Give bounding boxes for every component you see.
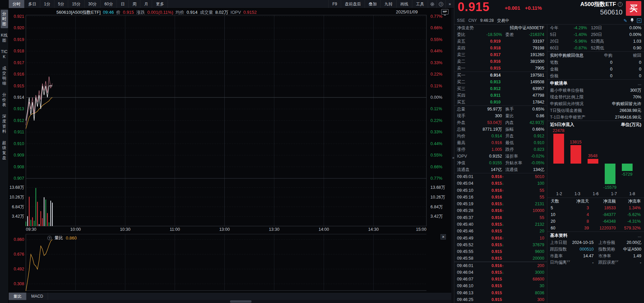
tick-row[interactable]: 09:45:550.9159600 (454, 248, 547, 255)
ask-row[interactable]: 卖一0.9157905 (454, 65, 547, 72)
tick-row[interactable]: 09:45:190.915↓2131 (454, 201, 547, 207)
tool-tab-F9[interactable]: F9 (328, 0, 341, 8)
expand-panel-icon[interactable]: » (452, 156, 454, 160)
weicha-value: -216374 (521, 32, 544, 37)
ask-row[interactable]: 卖四0.91879198 (454, 45, 547, 51)
indicator-tab-MACD[interactable]: MACD (27, 293, 48, 300)
net-inflow-bar (588, 159, 598, 164)
tool-tab-盘前盘后[interactable]: 盘前盘后 (341, 0, 365, 8)
sidebar-item-K线图[interactable]: K线图 (1, 31, 8, 45)
ask-row[interactable]: 卖三0.917191260 (454, 51, 547, 58)
volume-axis-label-right: 10.26万 (430, 195, 445, 200)
tick-row[interactable]: 09:46:130.9158036 (454, 290, 547, 296)
tick-row[interactable]: 09:45:400.915↓2132 (454, 221, 547, 228)
period-tab-15分[interactable]: 15分 (68, 0, 84, 8)
tool-tab-工具[interactable]: 工具 (412, 0, 428, 8)
wp-monitor-icon[interactable]: WP (441, 9, 449, 14)
tick-row[interactable]: 09:45:370.91655 (454, 214, 547, 221)
tick-row[interactable]: 09:46:040.915↓3000 (454, 269, 547, 276)
tick-row[interactable]: 09:46:250.915300 (454, 296, 547, 303)
period-tab-30分[interactable]: 30分 (85, 0, 101, 8)
redeem-more-icon[interactable]: ... (638, 81, 641, 86)
tick-row[interactable]: 09:45:100.916↑55 (454, 187, 547, 194)
intraday-chart-area[interactable]: 0.9210.77%0.9200.66%0.9190.55%0.9180.44%… (9, 8, 454, 303)
buy-button[interactable]: 买 (626, 1, 641, 16)
main-chart-svg[interactable]: 0.9210.77%0.9200.66%0.9190.55%0.9180.44%… (9, 8, 454, 303)
add-watchlist-icon[interactable]: + (637, 18, 641, 23)
bid-row[interactable]: 买一0.914197581 (454, 72, 547, 79)
bid-row[interactable]: 买四0.91147798 (454, 92, 547, 99)
tick-row[interactable]: 09:45:490.916↑10 (454, 234, 547, 241)
period-tab-5分[interactable]: 5分 (54, 0, 68, 8)
avg-value: 0.914 (187, 10, 198, 15)
tick-row[interactable]: 09:45:040.915↓100 (454, 180, 547, 187)
alert-bell-icon[interactable] (630, 18, 634, 23)
price-axis-label: 0.912 (14, 118, 24, 123)
ask-row[interactable]: 卖二0.916381500 (454, 58, 547, 65)
volume-bar (31, 220, 31, 226)
scrollbar-thumb[interactable] (230, 300, 251, 303)
tool-tab-九转[interactable]: 九转 (380, 0, 396, 8)
flow-table-row: 104-84377-5.62% (547, 211, 644, 218)
period-tab-60分[interactable]: 60分 (101, 0, 117, 8)
indicator-tab-量比[interactable]: 量比 (9, 293, 27, 300)
settings-gear-icon[interactable] (428, 0, 436, 8)
perf-row: 5日-1.40%250日0.00% (547, 31, 644, 38)
subscribe-col2: 赎回 (612, 53, 641, 58)
sidebar-item-TICK[interactable]: TICK (1, 48, 8, 61)
volume-bar (32, 217, 33, 226)
basic-more-icon[interactable]: ... (638, 233, 641, 238)
subchart-close-icon[interactable]: ✕ (441, 234, 446, 240)
horizontal-scrollbar[interactable] (9, 300, 451, 303)
tick-row[interactable]: 09:46:010.916↑200 (454, 262, 547, 269)
tick-row[interactable]: 09:46:070.91568600 (454, 276, 547, 283)
price-label: 价 (116, 9, 121, 15)
period-tab-月[interactable]: 月 (140, 0, 152, 8)
period-tab-更多[interactable]: 更多 (152, 0, 168, 8)
volume-bar (39, 224, 39, 226)
bid-row[interactable]: 买二0.913149508 (454, 79, 547, 85)
sidebar-item-深度资料[interactable]: 深度资料 (1, 112, 8, 136)
sidebar-item-分价表[interactable]: 分价表 (1, 91, 8, 109)
net-inflow-value: 13815 (564, 140, 588, 144)
nav-label: 净值走势 (457, 25, 474, 31)
tool-tab-画线[interactable]: 画线 (396, 0, 412, 8)
time-sales-list[interactable]: 09:45:010.916↑501009:45:040.915↓10009:45… (454, 173, 547, 303)
tick-row[interactable]: 09:45:010.916↑5010 (454, 173, 547, 180)
period-tab-1分[interactable]: 1分 (40, 0, 54, 8)
period-tab-多日[interactable]: 多日 (25, 0, 40, 8)
basic-row: 日均偏离1Y-跟踪误差1Y- (547, 259, 644, 266)
tick-row[interactable]: 09:45:460.91520 (454, 228, 547, 234)
bid-row[interactable]: 买三0.91263957 (454, 85, 547, 92)
sidebar-item-成交明细[interactable]: 成交明细 (1, 64, 8, 88)
subscribe-row: 金额00 (547, 66, 644, 73)
time-axis-label: 11:00 (170, 227, 180, 232)
stat-row: 净值0.9155升贴水率-0.05% (454, 160, 547, 166)
subchart-help-icon[interactable]: ? (47, 236, 52, 240)
tick-row[interactable]: 09:45:580.91520000 (454, 255, 547, 262)
tick-row[interactable]: 09:45:160.91655 (454, 194, 547, 201)
period-toolbar: 分时多日1分5分15分30分60分日周月更多 F9盘前盘后叠加九转画线工具 ? … (0, 0, 454, 8)
tool-tab-叠加[interactable]: 叠加 (365, 0, 380, 8)
period-tab-日[interactable]: 日 (117, 0, 129, 8)
tick-row[interactable]: 09:46:100.91530 (454, 283, 547, 289)
info-icon[interactable]: ! (618, 2, 623, 7)
main-chart[interactable]: 0.9210.77%0.9200.66%0.9190.55%0.9180.44%… (9, 8, 454, 303)
down-arrow-icon: ↓ (502, 222, 507, 226)
price-change: +0.001 +0.11% (505, 5, 542, 11)
edit-icon[interactable]: ✎ (624, 18, 627, 23)
net-inflow-value: -5729 (615, 172, 639, 177)
nav-row[interactable]: 净值走势 招商中证A500ETF (454, 25, 547, 31)
tick-row[interactable]: 09:45:520.915↓37679 (454, 242, 547, 248)
sidebar-item-超级复盘[interactable]: 超级复盘 (1, 139, 8, 162)
help-icon[interactable]: ? (436, 0, 445, 8)
price-axis-label: 0.915 (14, 84, 24, 88)
volume-axis-label-right: 6.84万 (430, 205, 443, 209)
tick-row[interactable]: 09:45:280.916↑10000 (454, 207, 547, 214)
ask-row[interactable]: 卖五0.91933197 (454, 38, 547, 45)
toolbar-collapse-icon[interactable]: » (445, 0, 454, 8)
period-tab-分时[interactable]: 分时 (9, 0, 25, 8)
sidebar-item-分时图[interactable]: 分时图 (1, 10, 8, 28)
bid-row[interactable]: 买五0.91017842 (454, 99, 547, 105)
period-tab-周[interactable]: 周 (129, 0, 140, 8)
